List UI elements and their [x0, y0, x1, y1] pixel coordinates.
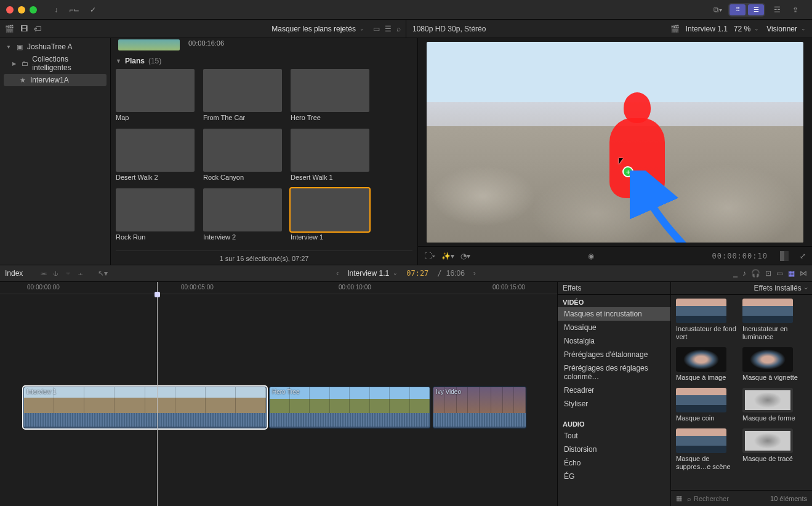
section-header[interactable]: ▼ Plans (15) [116, 57, 412, 65]
clip-item[interactable]: Hero Tree [291, 69, 369, 121]
clip-item[interactable]: Rock Run [116, 188, 195, 241]
timeline-clip[interactable]: Hero Tree [269, 387, 430, 428]
timeline-project-dropdown[interactable]: Interview 1.1 [347, 269, 398, 278]
smart-collections-row[interactable]: ▶🗀Collections intelligentes [4, 53, 107, 74]
timeline-clip[interactable]: Interview 1 [23, 387, 267, 428]
fx-category[interactable]: Mosaïque [558, 321, 670, 334]
installed-dropdown[interactable]: Effets installés [671, 282, 812, 295]
solo-icon[interactable]: 🎧 [751, 269, 760, 278]
filmstrip-thumb[interactable] [118, 39, 180, 50]
background-tasks-icon[interactable]: ✓ [85, 3, 101, 17]
library-row[interactable]: ▼▣JoshuaTree A [4, 41, 107, 53]
clip-label: Desert Walk 1 [291, 174, 369, 181]
zoom-dropdown[interactable]: 72 % [734, 25, 759, 33]
connect-icon[interactable]: ⫘ [40, 269, 47, 278]
clip-item[interactable]: Desert Walk 2 [116, 129, 195, 181]
overwrite-icon[interactable]: ⫠ [77, 269, 84, 278]
index-button[interactable]: Index [5, 269, 23, 278]
fx-category[interactable]: Recadrer [558, 384, 670, 397]
effect-item[interactable]: Incrustateur en luminance [742, 299, 803, 341]
next-edit-icon[interactable]: › [473, 269, 476, 278]
effect-item[interactable]: Masque à vignette [742, 347, 803, 382]
seg-browser[interactable]: ⠿ [730, 4, 746, 15]
prev-edit-icon[interactable]: ‹ [336, 269, 339, 278]
clip-item[interactable]: Interview 2 [203, 188, 282, 241]
clip-item[interactable]: Rock Canyon [203, 129, 282, 181]
workspace-segments[interactable]: ⠿ ☰ [728, 3, 765, 17]
clip-item[interactable]: Interview 1 [291, 188, 369, 241]
effect-item[interactable]: Masque de tracé [742, 428, 803, 471]
effect-label: Masque à vignette [742, 374, 803, 382]
effect-item[interactable]: Masque coin [676, 388, 736, 422]
transitions-icon[interactable]: ⋈ [800, 269, 807, 278]
event-row[interactable]: ★Interview1A [4, 74, 107, 86]
fx-category[interactable]: Écho [558, 456, 670, 470]
audio-skim-icon[interactable]: ♪ [742, 269, 746, 278]
fx-category[interactable]: Nostalgia [558, 334, 670, 348]
share-icon[interactable]: ⇪ [787, 3, 803, 17]
effect-label: Masque à image [676, 374, 736, 382]
titles-icon[interactable]: 🏷 [34, 25, 41, 33]
clip-item[interactable]: Desert Walk 1 [291, 129, 369, 181]
enhance-icon[interactable]: ✨▾ [441, 252, 454, 260]
search-icon[interactable]: ⌕ [396, 25, 401, 33]
toolbar: 🎬 🎞 🏷 Masquer les plans rejetés ▭ ☰ ⌕ 10… [0, 20, 812, 38]
fullscreen-icon[interactable]: ⤢ [800, 252, 806, 260]
filter-dropdown[interactable]: Masquer les plans rejetés [271, 25, 364, 33]
effect-item[interactable]: Incrustateur de fond vert [676, 299, 736, 341]
minimize-window[interactable] [18, 6, 25, 14]
effects-search-input[interactable] [694, 495, 765, 502]
main-area: ▼▣JoshuaTree A ▶🗀Collections intelligent… [0, 38, 812, 265]
timeline[interactable]: 00:00:00:00 00:00:05:00 00:00:10:00 00:0… [0, 282, 557, 506]
transform-icon[interactable]: ⛶▾ [424, 252, 435, 260]
effect-label: Incrustateur en luminance [742, 325, 803, 341]
viewer-project-label: Interview 1.1 [686, 25, 728, 33]
inspector-icon[interactable]: ☲ [769, 3, 785, 17]
fx-category[interactable]: Tout [558, 429, 670, 443]
fx-category[interactable]: Préréglages d'étalonnage [558, 348, 670, 361]
clip-item[interactable]: Map [116, 69, 195, 121]
list-view-icon[interactable]: ☰ [385, 25, 392, 33]
tl-layout-icon[interactable]: ▭ [776, 269, 783, 278]
close-window[interactable] [6, 6, 14, 14]
clip-item[interactable]: From The Car [203, 69, 282, 121]
view-dropdown[interactable]: Visionner [766, 25, 806, 33]
fx-category[interactable]: Distorsion [558, 443, 670, 456]
append-icon[interactable]: ⫟ [65, 269, 72, 278]
keyword-icon[interactable]: ⌐⌙ [66, 3, 82, 17]
event-label: Interview1A [30, 76, 69, 84]
fx-category[interactable]: Masques et incrustation [558, 307, 670, 321]
retime-icon[interactable]: ◔▾ [460, 252, 470, 260]
play-indicator-icon[interactable]: ◉ [588, 252, 594, 260]
clip-appearance-icon[interactable]: ▭ [373, 25, 380, 33]
arrange-icon[interactable]: ⧉▾ [710, 3, 726, 17]
media-icon[interactable]: 🎞 [20, 25, 28, 33]
effect-item[interactable]: Masque de forme [742, 388, 803, 422]
import-icon[interactable]: ↓ [48, 3, 64, 17]
bottom-area: 00:00:00:00 00:00:05:00 00:00:10:00 00:0… [0, 282, 812, 506]
smart-collections-label: Collections intelligentes [32, 55, 104, 72]
effects-browser-icon[interactable]: ▦ [788, 269, 795, 278]
fx-category[interactable]: Styliser [558, 397, 670, 411]
fx-category[interactable]: ÉG [558, 470, 670, 483]
arrow-tool-icon[interactable]: ↖▾ [98, 269, 108, 278]
viewer-canvas[interactable]: + [418, 38, 812, 246]
snap-icon[interactable]: ⊡ [765, 269, 771, 278]
timeline-ruler[interactable]: 00:00:00:00 00:00:05:00 00:00:10:00 00:0… [0, 282, 557, 294]
effects-search[interactable]: ⌕ [687, 495, 765, 502]
clip-label: Rock Canyon [203, 174, 282, 181]
grid-view-icon[interactable]: ▦ [676, 494, 682, 502]
effect-item[interactable]: Masque à image [676, 347, 736, 382]
timeline-toolbar: Index ⫘ ⫝ ⫟ ⫠ ↖▾ ‹ Interview 1.1 07:27 /… [0, 265, 812, 282]
skimmer-icon[interactable]: ⎯ [733, 269, 738, 278]
playhead[interactable] [157, 282, 158, 506]
insert-icon[interactable]: ⫝ [52, 269, 60, 278]
fx-category[interactable]: Préréglages des réglages colorimé… [558, 361, 670, 384]
fullscreen-window[interactable] [30, 6, 37, 14]
timeline-clip[interactable]: Ivy Video [433, 387, 526, 428]
library-icon[interactable]: 🎬 [5, 25, 14, 33]
seg-timeline[interactable]: ☰ [748, 4, 764, 15]
timeline-clip-label: Hero Tree [272, 388, 299, 395]
effect-item[interactable]: Masque de suppres…e scène [676, 428, 736, 471]
audio-waveform [270, 413, 430, 427]
